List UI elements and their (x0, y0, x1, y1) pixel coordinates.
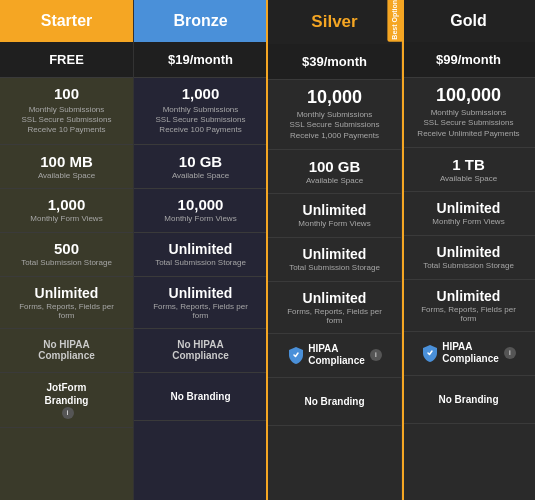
pricing-table: Starter FREE 100 Monthly SubmissionsSSL … (0, 0, 535, 500)
forms-detail: Forms, Reports, Fields perform (153, 302, 248, 320)
price-value: FREE (49, 52, 84, 67)
price-cell: FREE (0, 42, 133, 78)
plan-header-starter: Starter (0, 0, 133, 42)
best-option-badge: Best Option (387, 0, 403, 42)
submissions-detail: Monthly SubmissionsSSL Secure Submission… (290, 110, 380, 141)
hipaa-text: HIPAACompliance (442, 341, 499, 365)
submissions-cell: 100,000 Monthly SubmissionsSSL Secure Su… (402, 78, 535, 148)
submission-storage-value: Unlimited (303, 246, 367, 262)
submissions-cell: 100 Monthly SubmissionsSSL Secure Submis… (0, 78, 133, 145)
plan-body-starter: FREE 100 Monthly SubmissionsSSL Secure S… (0, 42, 133, 500)
forms-cell: Unlimited Forms, Reports, Fields perform (268, 282, 401, 334)
form-views-label: Monthly Form Views (164, 214, 236, 223)
form-views-value: 1,000 (48, 197, 86, 214)
info-icon[interactable]: i (370, 349, 382, 361)
forms-cell: Unlimited Forms, Reports, Fields perform (134, 277, 267, 329)
plan-body-gold: $99/month 100,000 Monthly SubmissionsSSL… (402, 42, 535, 500)
submission-storage-value: Unlimited (437, 244, 501, 260)
storage-label: Available Space (172, 171, 229, 180)
branding-cell: JotFormBranding i (0, 373, 133, 428)
submission-storage-cell: Unlimited Total Submission Storage (134, 233, 267, 277)
submission-storage-label: Total Submission Storage (423, 261, 514, 270)
plan-name: Gold (450, 12, 486, 29)
hipaa-cell: HIPAACompliance i (268, 334, 401, 378)
forms-detail: Forms, Reports, Fields perform (287, 307, 382, 325)
forms-value: Unlimited (169, 285, 233, 301)
form-views-label: Monthly Form Views (298, 219, 370, 228)
forms-detail: Forms, Reports, Fields perform (421, 305, 516, 323)
form-views-label: Monthly Form Views (30, 214, 102, 223)
submission-storage-cell: 500 Total Submission Storage (0, 233, 133, 277)
hipaa-status: No HIPAACompliance (172, 339, 229, 361)
plan-col-starter: Starter FREE 100 Monthly SubmissionsSSL … (0, 0, 134, 500)
submissions-value: 100,000 (436, 86, 501, 106)
branding-cell: No Branding (402, 376, 535, 424)
forms-cell: Unlimited Forms, Reports, Fields perform (0, 277, 133, 329)
no-branding-label: No Branding (305, 396, 365, 407)
submission-storage-value: Unlimited (169, 241, 233, 257)
plan-header-gold: Gold (402, 0, 535, 42)
branding-cell: No Branding (134, 373, 267, 421)
plan-name: Starter (41, 12, 93, 29)
submissions-value: 1,000 (182, 86, 220, 103)
no-branding-label: No Branding (439, 394, 499, 405)
storage-value: 100 GB (309, 158, 361, 175)
submissions-detail: Monthly SubmissionsSSL Secure Submission… (22, 105, 112, 136)
storage-label: Available Space (306, 176, 363, 185)
price-value: $99/month (436, 52, 501, 67)
submission-storage-cell: Unlimited Total Submission Storage (402, 236, 535, 280)
plan-name: Bronze (173, 12, 227, 29)
submission-storage-label: Total Submission Storage (289, 263, 380, 272)
storage-value: 100 MB (40, 153, 93, 170)
storage-value: 10 GB (179, 153, 222, 170)
submissions-detail: Monthly SubmissionsSSL Secure Submission… (417, 108, 519, 139)
submissions-value: 100 (54, 86, 79, 103)
hipaa-status: HIPAACompliance i (421, 341, 516, 365)
branding-cell: No Branding (268, 378, 401, 426)
plan-header-silver: Silver Best Option (268, 0, 401, 44)
hipaa-status: HIPAACompliance i (287, 343, 382, 367)
storage-value: 1 TB (452, 156, 485, 173)
price-cell: $99/month (402, 42, 535, 78)
form-views-value: Unlimited (303, 202, 367, 218)
hipaa-cell: No HIPAACompliance (0, 329, 133, 373)
plan-body-silver: $39/month 10,000 Monthly SubmissionsSSL … (268, 44, 401, 500)
form-views-cell: 10,000 Monthly Form Views (134, 189, 267, 233)
form-views-value: Unlimited (437, 200, 501, 216)
submission-storage-label: Total Submission Storage (155, 258, 246, 267)
storage-label: Available Space (38, 171, 95, 180)
form-views-cell: Unlimited Monthly Form Views (268, 194, 401, 238)
plan-body-bronze: $19/month 1,000 Monthly SubmissionsSSL S… (134, 42, 267, 500)
submission-storage-value: 500 (54, 241, 79, 258)
form-views-cell: Unlimited Monthly Form Views (402, 192, 535, 236)
submissions-cell: 1,000 Monthly SubmissionsSSL Secure Subm… (134, 78, 267, 145)
price-cell: $19/month (134, 42, 267, 78)
hipaa-cell: No HIPAACompliance (134, 329, 267, 373)
plan-col-gold: Gold $99/month 100,000 Monthly Submissio… (402, 0, 535, 500)
plan-col-silver: Silver Best Option $39/month 10,000 Mont… (268, 0, 402, 500)
forms-detail: Forms, Reports, Fields perform (19, 302, 114, 320)
info-icon[interactable]: i (504, 347, 516, 359)
shield-icon (421, 344, 439, 362)
storage-cell: 10 GB Available Space (134, 145, 267, 189)
no-branding-label: No Branding (171, 391, 231, 402)
hipaa-status: No HIPAACompliance (38, 339, 95, 361)
hipaa-cell: HIPAACompliance i (402, 332, 535, 376)
info-icon[interactable]: i (62, 407, 74, 419)
storage-cell: 1 TB Available Space (402, 148, 535, 192)
forms-cell: Unlimited Forms, Reports, Fields perform (402, 280, 535, 332)
form-views-label: Monthly Form Views (432, 217, 504, 226)
submission-storage-label: Total Submission Storage (21, 258, 112, 267)
shield-icon (287, 346, 305, 364)
submissions-cell: 10,000 Monthly SubmissionsSSL Secure Sub… (268, 80, 401, 150)
storage-label: Available Space (440, 174, 497, 183)
submissions-detail: Monthly SubmissionsSSL Secure Submission… (156, 105, 246, 136)
branding-label: JotFormBranding (45, 381, 89, 407)
storage-cell: 100 MB Available Space (0, 145, 133, 189)
plan-header-bronze: Bronze (134, 0, 267, 42)
price-cell: $39/month (268, 44, 401, 80)
form-views-cell: 1,000 Monthly Form Views (0, 189, 133, 233)
submission-storage-cell: Unlimited Total Submission Storage (268, 238, 401, 282)
storage-cell: 100 GB Available Space (268, 150, 401, 194)
forms-value: Unlimited (35, 285, 99, 301)
